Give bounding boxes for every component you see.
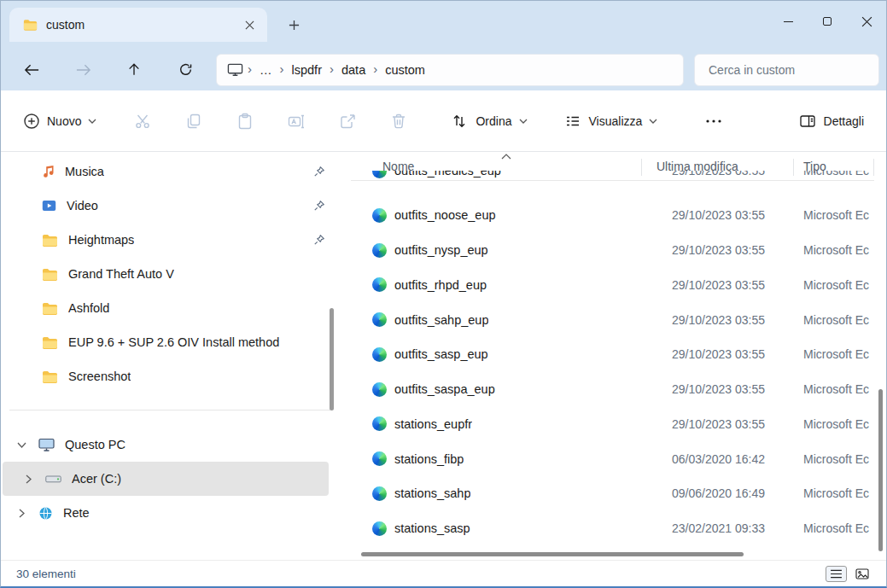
- navigation-pane: Musica Video: [1, 152, 342, 560]
- more-options-button[interactable]: [697, 104, 731, 138]
- file-row[interactable]: stations_eupfr 29/10/2023 03:55 Microsof…: [351, 407, 874, 442]
- sidebar-item-label: Questo PC: [65, 438, 125, 451]
- sidebar-item[interactable]: Ashfold: [3, 291, 329, 325]
- new-button-label: Nuovo: [47, 114, 81, 128]
- desktop-icon[interactable]: [225, 62, 247, 77]
- details-view-toggle[interactable]: [826, 566, 847, 582]
- file-row[interactable]: outfits_nysp_eup 29/10/2023 03:55 Micros…: [351, 233, 874, 268]
- breadcrumb-separator: ›: [329, 61, 335, 78]
- folder-icon: [42, 268, 58, 281]
- network-icon: [38, 506, 53, 521]
- command-toolbar: Nuovo Ordina: [1, 90, 886, 152]
- breadcrumb-overflow[interactable]: …: [253, 63, 279, 77]
- file-modified: 29/10/2023 03:55: [641, 347, 793, 361]
- up-button[interactable]: [117, 55, 151, 85]
- file-name: outfits_saspa_eup: [394, 382, 495, 396]
- chevron-right-icon[interactable]: [23, 474, 33, 484]
- file-row[interactable]: outfits_sasp_eup 29/10/2023 03:55 Micros…: [351, 337, 874, 372]
- sidebar-item[interactable]: Grand Theft Auto V: [3, 257, 329, 291]
- maximize-icon: [823, 17, 832, 26]
- image-view-icon: [855, 568, 869, 579]
- sidebar-item[interactable]: Acer (C:): [3, 462, 329, 496]
- close-button[interactable]: [847, 1, 886, 42]
- sidebar-item[interactable]: Rete: [3, 496, 329, 530]
- breadcrumb-item-custom[interactable]: custom: [378, 63, 432, 77]
- maximize-button[interactable]: [808, 1, 847, 42]
- search-input[interactable]: [695, 63, 878, 77]
- breadcrumb-separator: ›: [372, 61, 378, 78]
- edge-file-icon: [372, 208, 387, 223]
- breadcrumb-item-data[interactable]: data: [335, 63, 372, 77]
- sidebar-item[interactable]: Musica: [3, 154, 329, 189]
- forward-arrow-icon: [75, 63, 91, 77]
- minimize-icon: [784, 21, 793, 22]
- details-button[interactable]: Dettagli: [788, 104, 874, 138]
- sidebar-item[interactable]: Video: [3, 189, 329, 223]
- chevron-right-icon[interactable]: [16, 509, 26, 518]
- breadcrumb-item-lspdfr[interactable]: lspdfr: [285, 63, 329, 77]
- sidebar-item-label: Rete: [63, 506, 90, 520]
- tab-custom[interactable]: custom: [9, 8, 267, 42]
- file-name: outfits_medics_eup: [394, 171, 501, 178]
- file-row[interactable]: outfits_sahp_eup 29/10/2023 03:55 Micros…: [351, 302, 874, 337]
- sidebar-item[interactable]: EUP 9.6 + SUP 2.6 OIV Install method: [3, 325, 329, 359]
- sidebar-scrollbar[interactable]: [330, 308, 334, 410]
- view-button[interactable]: Visualizza: [553, 104, 668, 138]
- sidebar-item[interactable]: Heightmaps: [3, 223, 329, 257]
- sidebar-item[interactable]: Screenshot: [3, 359, 329, 393]
- sidebar-item-label: Grand Theft Auto V: [68, 267, 174, 281]
- edge-file-icon: [372, 171, 387, 178]
- file-type: Microsoft Ec: [793, 208, 874, 222]
- file-row[interactable]: outfits_rhpd_eup 29/10/2023 03:55 Micros…: [351, 268, 874, 303]
- edge-file-icon: [372, 243, 387, 258]
- sidebar-item[interactable]: Questo PC: [3, 428, 329, 462]
- sort-button[interactable]: Ordina: [440, 104, 537, 138]
- list-view-icon: [830, 569, 843, 579]
- horizontal-scrollbar[interactable]: [361, 552, 744, 556]
- sidebar-item-label: Ashfold: [68, 301, 109, 315]
- view-list-icon: [563, 112, 582, 131]
- file-row-partial[interactable]: outfits_medics_eup 29/10/2023 03:55 Micr…: [351, 171, 874, 181]
- file-modified: 29/10/2023 03:55: [641, 417, 793, 431]
- sort-icon: [450, 112, 469, 131]
- computer-icon: [38, 438, 55, 451]
- sidebar-item-label: Video: [67, 199, 98, 212]
- file-row[interactable]: stations_sasp 23/02/2021 09:33 Microsoft…: [351, 511, 874, 546]
- scissors-icon: [133, 112, 152, 131]
- chevron-down-icon[interactable]: [16, 442, 26, 448]
- explorer-window: custom: [0, 0, 887, 588]
- file-modified: 06/03/2020 16:42: [641, 452, 793, 466]
- tab-close-icon[interactable]: [238, 14, 260, 36]
- new-button[interactable]: Nuovo: [13, 104, 107, 138]
- file-row[interactable]: stations_fibp 06/03/2020 16:42 Microsoft…: [351, 441, 874, 476]
- window-controls: [768, 1, 886, 42]
- plus-circle-icon: [23, 113, 40, 130]
- edge-file-icon: [372, 521, 387, 536]
- file-row[interactable]: outfits_noose_eup 29/10/2023 03:55 Micro…: [351, 198, 874, 233]
- file-name: stations_fibp: [394, 452, 464, 466]
- file-type: Microsoft Ec: [793, 382, 874, 396]
- folder-icon: [42, 302, 58, 315]
- back-button[interactable]: [15, 55, 49, 85]
- pin-icon: [313, 166, 325, 178]
- file-type: Microsoft Ec: [793, 278, 874, 292]
- file-row[interactable]: stations_sahp 09/06/2020 16:49 Microsoft…: [351, 476, 874, 511]
- file-row[interactable]: outfits_saspa_eup 29/10/2023 03:55 Micro…: [351, 372, 874, 407]
- vertical-scrollbar[interactable]: [878, 389, 883, 551]
- titlebar: custom: [1, 1, 886, 42]
- view-button-label: Visualizza: [589, 114, 643, 128]
- edge-file-icon: [372, 277, 387, 292]
- new-tab-button[interactable]: [283, 14, 305, 36]
- sidebar-separator: [9, 410, 330, 410]
- chevron-down-icon: [649, 119, 657, 124]
- thumbnail-view-toggle[interactable]: [852, 566, 872, 582]
- drive-icon: [45, 474, 61, 485]
- refresh-button[interactable]: [168, 55, 202, 85]
- edge-file-icon: [372, 382, 387, 397]
- minimize-button[interactable]: [768, 1, 808, 42]
- file-pane: Nome Ultima modifica Tipo outfits_medics…: [351, 152, 886, 560]
- file-name: stations_eupfr: [394, 417, 472, 431]
- details-pane-icon: [798, 112, 817, 131]
- sort-button-label: Ordina: [476, 114, 511, 128]
- sidebar-item-label: Musica: [65, 165, 104, 178]
